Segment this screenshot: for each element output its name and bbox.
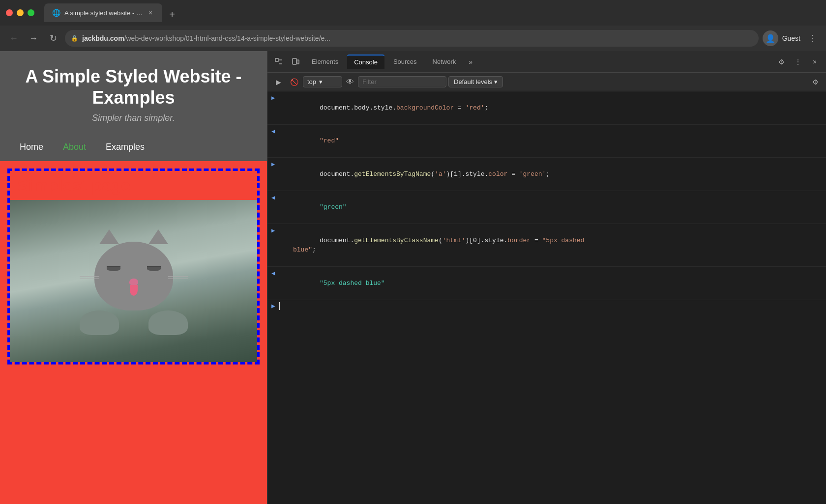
arrow-left-6: ◀ [271, 269, 279, 279]
close-traffic-light[interactable] [6, 9, 13, 16]
profile-button[interactable]: 👤 [763, 30, 778, 46]
more-tabs-button[interactable]: » [465, 55, 476, 69]
console-text-4: "green" [281, 193, 822, 222]
context-dropdown-icon: ▾ [319, 78, 323, 85]
arrow-right-1: ▶ [271, 93, 279, 103]
console-line-5: ▶ document.getElementsByClassName('html'… [267, 224, 826, 267]
tab-sources[interactable]: Sources [386, 55, 424, 68]
filter-input[interactable] [358, 76, 446, 87]
arrow-left-4: ◀ [271, 193, 279, 203]
ban-button[interactable]: 🚫 [287, 75, 301, 89]
tabs-bar: 🌐 A simple styled website - Exam × + [44, 3, 820, 22]
tab-title-label: A simple styled website - Exam [64, 9, 143, 17]
nav-examples[interactable]: Examples [96, 138, 154, 156]
simplest-page-heading: Simplest page [10, 171, 257, 200]
svg-rect-4 [297, 60, 299, 64]
minimize-traffic-light[interactable] [17, 9, 24, 16]
inspect-element-button[interactable] [271, 55, 286, 69]
device-toolbar-button[interactable] [288, 55, 303, 69]
console-line-2: ◀ "red" [267, 125, 826, 158]
console-toolbar: ▶ 🚫 top ▾ 👁 Default levels ▾ ⚙ [267, 73, 826, 91]
lock-icon: 🔒 [71, 35, 78, 42]
maximize-traffic-light[interactable] [28, 9, 34, 16]
console-line-1: ▶ document.body.style.backgroundColor = … [267, 91, 826, 125]
svg-rect-0 [275, 58, 278, 61]
arrow-right-3: ▶ [271, 160, 279, 169]
console-line-4: ◀ "green" [267, 191, 826, 224]
nav-home[interactable]: Home [10, 138, 53, 156]
devtools-tabs: Elements Console Sources Network » ⚙ ⋮ × [267, 51, 826, 73]
more-options-button[interactable]: ⋮ [804, 30, 820, 46]
webpage-header: A Simple Styled Website - Examples Simpl… [0, 51, 267, 133]
console-settings-button[interactable]: ⚙ [808, 75, 822, 89]
clear-console-button[interactable]: ▶ [271, 75, 285, 89]
nav-about[interactable]: About [53, 138, 96, 156]
console-input-line[interactable]: ▶ [267, 300, 826, 312]
content-area: A Simple Styled Website - Examples Simpl… [0, 51, 826, 504]
devtools-settings-button[interactable]: ⚙ [774, 55, 789, 69]
console-line-3: ▶ document.getElementsByTagName('a')[1].… [267, 158, 826, 191]
default-levels-button[interactable]: Default levels ▾ [448, 76, 503, 87]
webpage-subtitle: Simpler than simpler. [10, 113, 257, 123]
tab-network[interactable]: Network [426, 55, 463, 68]
default-levels-label: Default levels [454, 78, 492, 85]
traffic-lights [6, 9, 34, 16]
address-path: /web-dev-workshop/01-html-and-css/14-a-s… [124, 34, 330, 42]
dropdown-arrow-icon: ▾ [494, 78, 498, 85]
console-cursor [279, 302, 284, 310]
browser-tab-active[interactable]: 🌐 A simple styled website - Exam × [44, 3, 162, 22]
console-content: ▶ document.body.style.backgroundColor = … [267, 91, 826, 504]
html-bordered-box: Simplest page [7, 168, 260, 364]
arrow-left-2: ◀ [271, 127, 279, 137]
tab-close-button[interactable]: × [147, 9, 154, 17]
nav-bar: ← → ↻ 🔒 jackbdu.com/web-dev-workshop/01-… [0, 26, 826, 51]
console-line-6: ◀ "5px dashed blue" [267, 267, 826, 300]
back-button[interactable]: ← [6, 30, 22, 46]
devtools-close-button[interactable]: × [807, 55, 822, 69]
context-selector[interactable]: top ▾ [303, 76, 342, 87]
input-prompt: ▶ [271, 302, 275, 310]
tab-console[interactable]: Console [347, 55, 384, 69]
new-tab-button[interactable]: + [164, 6, 180, 22]
guest-label: Guest [782, 34, 800, 42]
devtools-more-button[interactable]: ⋮ [791, 55, 805, 69]
title-bar: 🌐 A simple styled website - Exam × + [0, 0, 826, 26]
address-domain: jackbdu.com [82, 34, 124, 42]
eye-icon[interactable]: 👁 [344, 78, 356, 86]
webpage-nav: Home About Examples [0, 133, 267, 161]
forward-button[interactable]: → [26, 30, 41, 46]
console-text-5: document.getElementsByClassName('html')[… [281, 226, 822, 264]
cat-image [10, 200, 257, 362]
console-text-3: document.getElementsByTagName('a')[1].st… [281, 160, 822, 189]
reload-button[interactable]: ↻ [45, 30, 61, 46]
webpage-title: A Simple Styled Website - Examples [10, 66, 257, 108]
page-content-area: Simplest page [0, 161, 267, 504]
tab-favicon-icon: 🌐 [52, 9, 60, 17]
tab-elements[interactable]: Elements [305, 55, 345, 68]
devtools-panel: Elements Console Sources Network » ⚙ ⋮ ×… [267, 51, 826, 504]
context-value: top [307, 78, 316, 85]
webpage-preview: A Simple Styled Website - Examples Simpl… [0, 51, 267, 504]
console-text-6: "5px dashed blue" [281, 269, 822, 298]
arrow-right-5: ▶ [271, 226, 279, 236]
console-text-2: "red" [281, 127, 822, 156]
address-bar[interactable]: 🔒 jackbdu.com/web-dev-workshop/01-html-a… [65, 30, 759, 47]
svg-rect-3 [293, 58, 296, 64]
address-text: jackbdu.com/web-dev-workshop/01-html-and… [82, 34, 753, 42]
console-text-1: document.body.style.backgroundColor = 'r… [281, 93, 822, 122]
devtools-settings-group: ⚙ ⋮ × [774, 55, 822, 69]
